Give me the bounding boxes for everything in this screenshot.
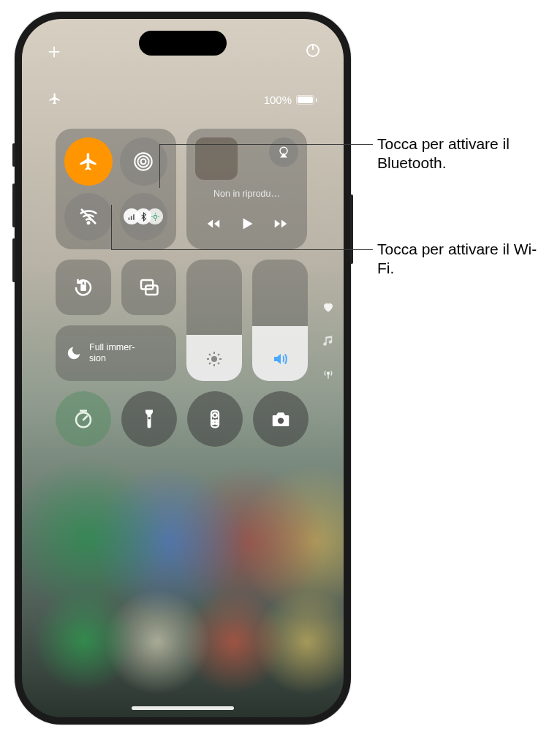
media-card[interactable]: Non in riprodu… bbox=[186, 129, 307, 249]
power-menu-button[interactable] bbox=[304, 41, 322, 61]
power-hw bbox=[350, 194, 353, 264]
page-indicator bbox=[322, 301, 335, 384]
svg-point-24 bbox=[328, 372, 330, 374]
camera-button[interactable] bbox=[253, 391, 309, 447]
callout-bluetooth: Tocca per attivare il Bluetooth. bbox=[377, 135, 551, 173]
focus-button[interactable]: Full immer- sion bbox=[56, 325, 176, 381]
battery-icon bbox=[296, 95, 317, 105]
svg-point-3 bbox=[138, 156, 149, 167]
airplane-status-icon bbox=[48, 92, 61, 107]
wifi-toggle[interactable] bbox=[64, 193, 113, 241]
phone-frame: ＋ 100% bbox=[15, 12, 351, 725]
svg-line-23 bbox=[218, 354, 219, 355]
orientation-lock-toggle[interactable] bbox=[56, 260, 111, 315]
svg-point-30 bbox=[213, 420, 214, 421]
brightness-slider[interactable] bbox=[186, 260, 242, 381]
action-hw bbox=[12, 238, 15, 282]
volume-up-hw bbox=[12, 143, 15, 167]
battery-percent-label: 100% bbox=[264, 94, 292, 106]
svg-point-32 bbox=[213, 423, 214, 424]
callout-leader-wifi bbox=[111, 249, 373, 250]
satellite-icon bbox=[147, 208, 163, 224]
apple-tv-remote-button[interactable] bbox=[187, 391, 243, 447]
volume-slider[interactable] bbox=[252, 260, 308, 381]
svg-line-22 bbox=[209, 363, 211, 364]
svg-point-2 bbox=[141, 159, 146, 164]
screen-mirroring-button[interactable] bbox=[121, 260, 177, 315]
svg-point-10 bbox=[154, 215, 156, 218]
control-center-topbar: ＋ bbox=[22, 41, 344, 61]
flashlight-button[interactable] bbox=[121, 391, 177, 447]
speaker-icon bbox=[271, 350, 289, 371]
status-bar: 100% bbox=[22, 92, 344, 107]
broadcast-icon[interactable] bbox=[322, 368, 335, 384]
screen: ＋ 100% bbox=[22, 19, 344, 717]
heart-icon[interactable] bbox=[322, 301, 335, 317]
callout-wifi: Tocca per attivare il Wi-Fi. bbox=[377, 240, 551, 279]
svg-point-27 bbox=[148, 417, 150, 419]
svg-rect-12 bbox=[80, 284, 86, 291]
timer-button[interactable] bbox=[56, 391, 111, 447]
next-track-button[interactable] bbox=[273, 216, 289, 235]
svg-point-31 bbox=[216, 420, 217, 421]
home-indicator[interactable] bbox=[132, 706, 234, 710]
cellular-bluetooth-cluster[interactable] bbox=[120, 193, 168, 241]
airplane-mode-toggle[interactable] bbox=[64, 137, 113, 186]
volume-down-hw bbox=[12, 184, 15, 227]
svg-point-33 bbox=[216, 423, 217, 424]
svg-point-5 bbox=[88, 222, 90, 224]
svg-rect-7 bbox=[128, 217, 129, 219]
play-button[interactable] bbox=[238, 214, 257, 236]
svg-point-29 bbox=[213, 413, 217, 417]
airplay-button[interactable] bbox=[269, 137, 298, 167]
add-control-button[interactable]: ＋ bbox=[44, 41, 64, 61]
svg-point-34 bbox=[278, 417, 284, 423]
previous-track-button[interactable] bbox=[205, 216, 222, 235]
callout-leader-bluetooth bbox=[159, 144, 373, 145]
svg-rect-8 bbox=[131, 216, 132, 219]
svg-line-20 bbox=[209, 354, 211, 355]
focus-label: Full immer- sion bbox=[89, 342, 135, 364]
connectivity-card[interactable] bbox=[56, 129, 176, 249]
sun-icon bbox=[205, 350, 223, 371]
svg-line-21 bbox=[218, 363, 219, 364]
control-center: Non in riprodu… bbox=[56, 129, 310, 447]
svg-point-15 bbox=[211, 356, 217, 362]
music-note-icon[interactable] bbox=[322, 334, 335, 350]
now-playing-label: Non in riprodu… bbox=[195, 189, 298, 199]
svg-rect-9 bbox=[133, 214, 135, 220]
